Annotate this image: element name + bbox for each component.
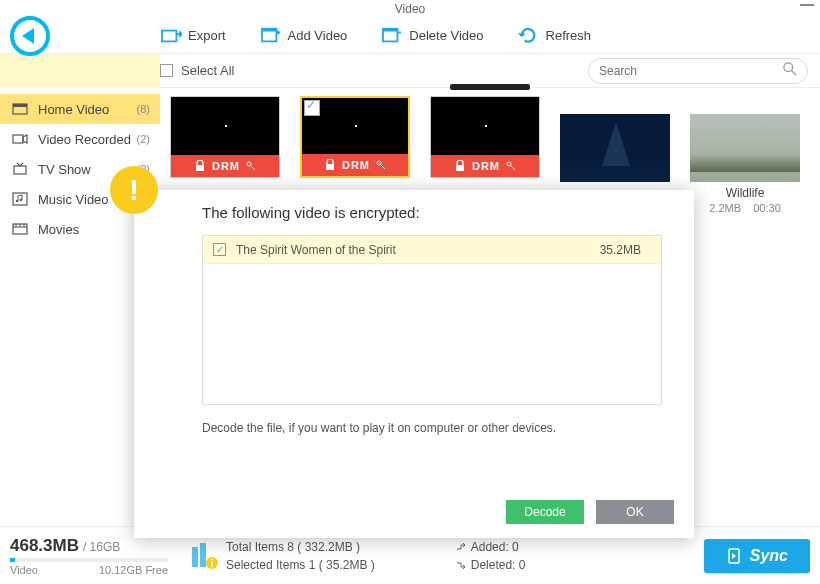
thumb-image <box>690 114 800 182</box>
add-video-label: Add Video <box>288 28 348 43</box>
svg-rect-8 <box>13 104 27 107</box>
svg-rect-2 <box>262 28 276 31</box>
video-thumb-wildlife[interactable]: Wildlife 2.2MB 00:30 <box>690 114 800 214</box>
sidebar-item-label: Home Video <box>38 102 109 117</box>
lock-icon <box>454 160 466 172</box>
svg-rect-11 <box>13 193 27 205</box>
refresh-icon <box>518 27 540 45</box>
refresh-button[interactable]: Refresh <box>518 27 592 45</box>
select-all-checkbox[interactable] <box>160 64 173 77</box>
sidebar-item-video-recorded[interactable]: Video Recorded (2) <box>0 124 160 154</box>
sidebar-item-count: (2) <box>137 133 150 145</box>
svg-rect-22 <box>326 164 334 170</box>
svg-line-21 <box>250 165 255 170</box>
movies-icon <box>10 222 30 236</box>
svg-rect-19 <box>196 165 204 171</box>
svg-rect-25 <box>456 165 464 171</box>
export-button[interactable]: Export <box>160 27 226 45</box>
dialog-file-row[interactable]: ✓ The Spirit Women of the Spirit 35.2MB <box>203 236 661 264</box>
file-checkbox[interactable]: ✓ <box>213 243 226 256</box>
added-count: Added: 0 <box>471 538 519 556</box>
svg-rect-4 <box>383 28 397 31</box>
export-label: Export <box>188 28 226 43</box>
add-video-icon <box>260 27 282 45</box>
back-arrow-icon <box>22 28 34 44</box>
storage-label: Video <box>10 564 38 576</box>
svg-point-13 <box>20 199 22 201</box>
drm-badge: DRM <box>302 154 408 176</box>
deleted-icon <box>455 559 467 571</box>
sync-label: Sync <box>750 547 788 565</box>
svg-rect-29 <box>200 543 206 567</box>
home-video-icon <box>10 102 30 116</box>
music-video-icon <box>10 192 30 206</box>
window-title: Video <box>395 2 425 16</box>
sidebar-item-label: TV Show <box>38 162 91 177</box>
dialog-file-list: ✓ The Spirit Women of the Spirit 35.2MB <box>202 235 662 405</box>
drm-badge: DRM <box>171 155 279 177</box>
delete-video-button[interactable]: Delete Video <box>381 27 483 45</box>
thumb-size: 2.2MB <box>709 202 741 214</box>
drm-badge: DRM <box>431 155 539 177</box>
dialog-title: The following video is encrypted: <box>202 204 670 221</box>
thumb-title: Wildlife <box>690 186 800 200</box>
window-minimize[interactable] <box>800 4 814 6</box>
encrypted-video-dialog: ! The following video is encrypted: ✓ Th… <box>134 190 694 538</box>
storage-info: 468.3MB / 16GB Video10.12GB Free <box>10 536 168 576</box>
key-icon <box>376 160 386 170</box>
total-items: Total Items 8 ( 332.2MB ) <box>226 538 375 556</box>
back-button[interactable] <box>10 16 50 56</box>
search-icon <box>783 62 797 79</box>
sidebar-item-label: Music Video <box>38 192 109 207</box>
selected-items: Selected Items 1 ( 35.2MB ) <box>226 556 375 574</box>
added-icon <box>455 541 467 553</box>
svg-line-6 <box>792 71 796 75</box>
search-input[interactable] <box>599 64 783 78</box>
select-all-label: Select All <box>181 63 234 78</box>
add-video-button[interactable]: Add Video <box>260 27 348 45</box>
export-icon <box>160 27 182 45</box>
svg-point-12 <box>16 200 18 202</box>
sidebar-item-home-video[interactable]: Home Video (8) <box>0 94 160 124</box>
lock-icon <box>324 159 336 171</box>
file-name: The Spirit Women of the Spirit <box>236 243 396 257</box>
sidebar-item-label: Movies <box>38 222 79 237</box>
tv-show-icon <box>10 162 30 176</box>
video-recorded-icon <box>10 132 30 146</box>
refresh-label: Refresh <box>546 28 592 43</box>
storage-free: 10.12GB Free <box>99 564 168 576</box>
delete-video-icon <box>381 27 403 45</box>
storage-used: 468.3MB <box>10 536 79 555</box>
thumb-duration: 00:30 <box>753 202 781 214</box>
dialog-note: Decode the file, if you want to play it … <box>202 421 670 435</box>
search-field[interactable] <box>588 58 808 84</box>
thumb-image <box>560 114 670 182</box>
svg-text:i: i <box>211 558 214 569</box>
delete-video-label: Delete Video <box>409 28 483 43</box>
svg-rect-10 <box>14 166 26 174</box>
svg-rect-0 <box>162 30 176 41</box>
sidebar-item-label: Video Recorded <box>38 132 131 147</box>
svg-rect-28 <box>192 547 198 567</box>
svg-line-24 <box>380 164 385 169</box>
lock-icon <box>194 160 206 172</box>
svg-line-27 <box>510 165 515 170</box>
storage-total: / 16GB <box>83 540 120 554</box>
svg-rect-9 <box>13 135 23 143</box>
file-size: 35.2MB <box>600 243 641 257</box>
key-icon <box>506 161 516 171</box>
info-icon: i <box>188 541 218 571</box>
ok-button[interactable]: OK <box>596 500 674 524</box>
scroll-indicator <box>450 84 530 90</box>
svg-point-5 <box>784 63 793 72</box>
sync-button[interactable]: Sync <box>704 539 810 573</box>
decode-button[interactable]: Decode <box>506 500 584 524</box>
deleted-count: Deleted: 0 <box>471 556 526 574</box>
sync-icon <box>726 548 742 564</box>
sidebar-item-count: (8) <box>137 103 150 115</box>
warning-icon: ! <box>110 166 158 214</box>
key-icon <box>246 161 256 171</box>
